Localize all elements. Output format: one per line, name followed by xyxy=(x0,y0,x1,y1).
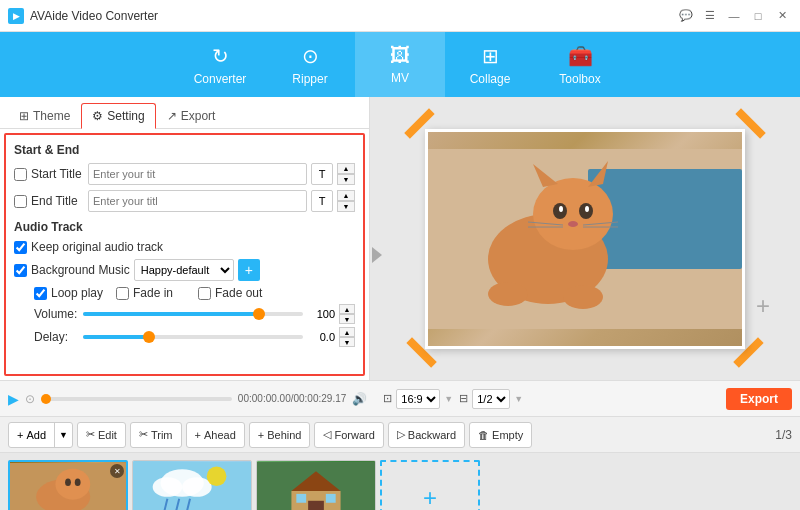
delay-slider-track[interactable] xyxy=(83,335,303,339)
close-button[interactable]: ✕ xyxy=(772,6,792,26)
fade-out-label[interactable]: Fade out xyxy=(198,286,268,300)
end-title-spin-up[interactable]: ▲ xyxy=(337,190,355,201)
nav-mv[interactable]: 🖼 MV xyxy=(355,32,445,97)
film-thumb-svg-1 xyxy=(10,462,126,510)
export-tab-icon: ↗ xyxy=(167,109,177,123)
add-clip-button[interactable]: + xyxy=(380,460,480,510)
start-title-spin-down[interactable]: ▼ xyxy=(337,174,355,185)
delay-spin-up[interactable]: ▲ xyxy=(339,327,355,337)
end-title-checkbox-label[interactable]: End Title xyxy=(14,194,84,208)
nav-converter[interactable]: ↻ Converter xyxy=(175,32,265,97)
end-title-spin-down[interactable]: ▼ xyxy=(337,201,355,212)
start-title-checkbox[interactable] xyxy=(14,168,27,181)
film-close-1[interactable]: ✕ xyxy=(110,464,124,478)
film-thumb-2 xyxy=(133,461,251,510)
fade-out-checkbox[interactable] xyxy=(198,287,211,300)
setting-tab-icon: ⚙ xyxy=(92,109,103,123)
audio-track-title: Audio Track xyxy=(14,220,355,234)
keep-original-checkbox[interactable] xyxy=(14,241,27,254)
bg-music-checkbox[interactable] xyxy=(14,264,27,277)
bottom-toolbar: + Add ▼ ✂ Edit ✂ Trim + Ahead + Behind ◁… xyxy=(0,416,800,452)
film-clip-1[interactable]: 📹 ✕ 00:00:05 ▶ ☆ ⏱ xyxy=(8,460,128,510)
tabs: ⊞ Theme ⚙ Setting ↗ Export xyxy=(0,97,369,129)
end-title-checkbox[interactable] xyxy=(14,195,27,208)
quality-dropdown-arrow: ▼ xyxy=(514,394,523,404)
maximize-button[interactable]: □ xyxy=(748,6,768,26)
volume-spinner: ▲ ▼ xyxy=(339,304,355,324)
empty-button[interactable]: 🗑 Empty xyxy=(469,422,532,448)
volume-slider-track[interactable] xyxy=(83,312,303,316)
backward-button[interactable]: ▷ Backward xyxy=(388,422,465,448)
nav-collage[interactable]: ⊞ Collage xyxy=(445,32,535,97)
play-button[interactable]: ▶ xyxy=(8,391,19,407)
theme-tab-icon: ⊞ xyxy=(19,109,29,123)
arrow-icon xyxy=(372,247,382,263)
ratio-select[interactable]: 16:94:31:1 xyxy=(396,389,440,409)
behind-button[interactable]: + Behind xyxy=(249,422,311,448)
trim-button[interactable]: ✂ Trim xyxy=(130,422,182,448)
player-progress[interactable] xyxy=(41,397,232,401)
left-panel: ⊞ Theme ⚙ Setting ↗ Export Start & End S… xyxy=(0,97,370,380)
quality-select[interactable]: 1/21/11/4 xyxy=(472,389,510,409)
svg-point-12 xyxy=(559,206,563,212)
menu-button[interactable]: ☰ xyxy=(700,6,720,26)
minimize-button[interactable]: — xyxy=(724,6,744,26)
add-main-button[interactable]: + Add xyxy=(9,423,55,447)
fade-in-label[interactable]: Fade in xyxy=(116,286,186,300)
svg-point-25 xyxy=(75,478,81,486)
volume-row: Volume: 100 ▲ ▼ xyxy=(14,304,355,324)
music-select[interactable]: Happy-default xyxy=(134,259,234,281)
chat-button[interactable]: 💬 xyxy=(676,6,696,26)
app-icon: ▶ xyxy=(8,8,24,24)
end-title-font-button[interactable]: T xyxy=(311,190,333,212)
volume-icon[interactable]: 🔊 xyxy=(352,392,367,406)
window-controls: 💬 ☰ — □ ✕ xyxy=(676,6,792,26)
ahead-button[interactable]: + Ahead xyxy=(186,422,245,448)
app-title: AVAide Video Converter xyxy=(30,9,158,23)
svg-point-14 xyxy=(568,221,578,227)
nav-toolbox[interactable]: 🧰 Toolbox xyxy=(535,32,625,97)
main-content: ⊞ Theme ⚙ Setting ↗ Export Start & End S… xyxy=(0,97,800,380)
add-button-group: + Add ▼ xyxy=(8,422,73,448)
start-title-spinner: ▲ ▼ xyxy=(337,163,355,185)
start-title-input[interactable] xyxy=(88,163,307,185)
nav-ripper[interactable]: ⊙ Ripper xyxy=(265,32,355,97)
behind-icon: + xyxy=(258,429,264,441)
video-thumbnail xyxy=(428,132,742,346)
keep-original-row: Keep original audio track xyxy=(14,240,355,254)
nav-collage-label: Collage xyxy=(470,72,511,86)
volume-spin-up[interactable]: ▲ xyxy=(339,304,355,314)
fade-in-checkbox[interactable] xyxy=(116,287,129,300)
video-preview xyxy=(425,129,745,349)
start-title-checkbox-label[interactable]: Start Title xyxy=(14,167,84,181)
delay-spin-down[interactable]: ▼ xyxy=(339,337,355,347)
film-thumb-3 xyxy=(257,461,375,510)
delay-label: Delay: xyxy=(34,330,79,344)
forward-icon: ◁ xyxy=(323,428,331,441)
tab-setting[interactable]: ⚙ Setting xyxy=(81,103,155,129)
edit-button[interactable]: ✂ Edit xyxy=(77,422,126,448)
cat-video-svg xyxy=(428,132,742,346)
stop-button[interactable]: ⊙ xyxy=(25,392,35,406)
film-clip-2[interactable]: 🖼 ▶ ☆ ⏱ xyxy=(132,460,252,510)
tab-export[interactable]: ↗ Export xyxy=(156,103,227,129)
trim-icon: ✂ xyxy=(139,428,148,441)
quality-icon: ⊟ xyxy=(459,392,468,405)
add-dropdown-arrow[interactable]: ▼ xyxy=(55,423,72,447)
volume-spin-down[interactable]: ▼ xyxy=(339,314,355,324)
export-button[interactable]: Export xyxy=(726,388,792,410)
tab-theme[interactable]: ⊞ Theme xyxy=(8,103,81,129)
loop-play-label[interactable]: Loop play xyxy=(34,286,104,300)
add-overlay-icon[interactable]: + xyxy=(756,292,770,320)
add-music-button[interactable]: + xyxy=(238,259,260,281)
bg-music-label[interactable]: Background Music xyxy=(14,263,130,277)
end-title-input[interactable] xyxy=(88,190,307,212)
forward-button[interactable]: ◁ Forward xyxy=(314,422,383,448)
keep-original-label[interactable]: Keep original audio track xyxy=(14,240,163,254)
loop-play-checkbox[interactable] xyxy=(34,287,47,300)
start-title-font-button[interactable]: T xyxy=(311,163,333,185)
start-title-spin-up[interactable]: ▲ xyxy=(337,163,355,174)
end-title-spinner: ▲ ▼ xyxy=(337,190,355,212)
film-clip-3[interactable]: 🖼 ▶ ☆ ⏱ xyxy=(256,460,376,510)
ratio-section: ⊡ 16:94:31:1 ▼ xyxy=(383,389,453,409)
